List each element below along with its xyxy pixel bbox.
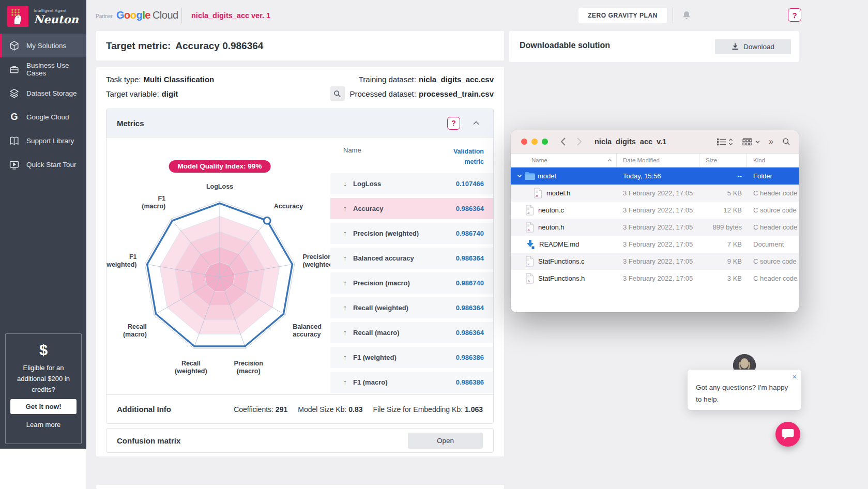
additional-info-items: Coefficients: 291 Model Size Kb: 0.83 Fi… <box>234 405 483 414</box>
confusion-matrix-title: Confusion matrix <box>117 436 180 445</box>
svg-text:F1(macro): F1(macro) <box>142 195 165 210</box>
readme-download-icon <box>525 239 535 250</box>
file-size-label: File Size for Embedding Kb: <box>373 405 463 414</box>
radar-chart: LogLossAccuracyPrecision(weighted)Balanc… <box>106 174 334 395</box>
metric-name: Recall (macro) <box>353 329 456 337</box>
file-size-value: 1.063 <box>465 405 483 414</box>
document-icon: .h <box>525 273 534 284</box>
metric-row[interactable]: ↑F1 (macro)0.986386 <box>330 372 493 393</box>
more-toolbar-icon[interactable]: » <box>769 137 773 146</box>
plan-button[interactable]: ZERO GRAVITY PLAN <box>578 8 667 23</box>
metric-row[interactable]: ↓LogLoss0.107466 <box>330 173 493 194</box>
learn-more-link[interactable]: Learn more <box>6 421 81 429</box>
finder-row[interactable]: .hStatFunctions.h3 February 2022, 17:053… <box>511 270 799 287</box>
tour-play-icon <box>9 159 20 170</box>
brand-tagline: Intelligent Agent <box>34 8 79 13</box>
processed-dataset-value: processed_train.csv <box>419 89 494 98</box>
column-header-kind[interactable]: Kind <box>747 154 799 167</box>
finder-row[interactable]: .cneuton.c3 February 2022, 17:0512 KBC s… <box>511 202 799 219</box>
group-view-icon[interactable] <box>742 137 760 146</box>
finder-search-icon[interactable] <box>782 137 790 146</box>
metric-value: 0.986364 <box>456 304 484 312</box>
metric-value: 0.986364 <box>456 254 484 262</box>
close-window-button[interactable] <box>521 139 527 145</box>
file-name: README.md <box>539 240 579 248</box>
file-kind: C source code <box>747 257 799 265</box>
zoom-window-button[interactable] <box>542 139 548 145</box>
column-header-name[interactable]: Name <box>511 154 617 167</box>
finder-row[interactable]: README.md3 February 2022, 17:057 KBDocum… <box>511 236 799 253</box>
metrics-body: Model Quality Index: 99% LogLossAccuracy… <box>106 137 493 396</box>
open-confusion-matrix-button[interactable]: Open <box>408 433 483 449</box>
file-date: 3 February 2022, 17:05 <box>617 189 699 197</box>
additional-info-row: Additional Info Coefficients: 291 Model … <box>106 394 493 423</box>
finder-row[interactable]: modelToday, 15:56--Folder <box>511 167 799 185</box>
column-header-size[interactable]: Size <box>699 154 747 167</box>
sidebar-item-dataset-storage[interactable]: Dataset Storage <box>0 81 86 105</box>
metrics-title: Metrics <box>117 119 144 128</box>
metric-value: 0.986740 <box>456 279 484 287</box>
file-size: 3 KB <box>699 274 747 282</box>
sidebar-item-business-use-cases[interactable]: Business Use Cases <box>0 57 86 81</box>
metric-row[interactable]: ↑Balanced accuracy0.986364 <box>330 248 493 269</box>
metric-row[interactable]: ↑Recall (weighted)0.986364 <box>330 297 493 318</box>
collapse-chevron-up-icon[interactable] <box>473 120 480 126</box>
arrow-down-icon: ↓ <box>343 180 353 188</box>
sidebar-footer-area <box>0 449 86 489</box>
download-label: Download <box>743 43 774 51</box>
sidebar-item-label: Quick Start Tour <box>26 161 77 169</box>
bell-icon[interactable] <box>682 10 691 21</box>
metric-row[interactable]: ↑F1 (weighted)0.986386 <box>330 347 493 368</box>
list-view-icon[interactable] <box>717 138 733 146</box>
folder-icon <box>524 172 536 180</box>
task-type-label: Task type: <box>106 75 141 84</box>
file-size: 5 KB <box>699 189 747 197</box>
file-name: StatFunctions.c <box>538 257 585 265</box>
metric-row[interactable]: ↑Precision (macro)0.986740 <box>330 272 493 294</box>
sidebar-item-my-solutions[interactable]: My Solutions <box>0 34 86 57</box>
training-dataset-value: nicla_digits_acc.csv <box>419 75 494 84</box>
finder-row[interactable]: .hmodel.h3 February 2022, 17:055 KBC hea… <box>511 185 799 202</box>
svg-text:.c: .c <box>527 262 530 266</box>
file-kind: Document <box>747 240 799 248</box>
close-icon[interactable]: × <box>793 373 797 381</box>
finder-rows: modelToday, 15:56--Folder.hmodel.h3 Febr… <box>511 167 799 287</box>
column-header-date-modified[interactable]: Date Modified <box>617 154 699 167</box>
back-icon[interactable] <box>560 137 566 146</box>
file-name: neuton.c <box>538 206 564 214</box>
target-variable-label: Target variable: <box>106 89 159 98</box>
svg-text:LogLoss: LogLoss <box>206 183 233 190</box>
sidebar-nav: My Solutions Business Use Cases Dataset … <box>0 34 86 176</box>
minimize-window-button[interactable] <box>531 139 538 145</box>
sidebar-item-support-library[interactable]: Support Library <box>0 129 86 152</box>
metrics-help-button[interactable]: ? <box>447 117 460 130</box>
chat-launcher-button[interactable] <box>775 422 800 447</box>
get-it-now-button[interactable]: Get it now! <box>10 399 77 414</box>
target-variable-value: digit <box>162 89 178 98</box>
dataset-search-button[interactable] <box>330 86 345 101</box>
sidebar-item-google-cloud[interactable]: G Google Cloud <box>0 105 86 129</box>
metric-name: F1 (macro) <box>353 378 456 386</box>
finder-row[interactable]: .hneuton.h3 February 2022, 17:05899 byte… <box>511 219 799 236</box>
metric-row[interactable]: ↑Accuracy0.986364 <box>330 198 493 219</box>
validation-metric-column-header[interactable]: Validation metric <box>445 146 484 167</box>
coefficients-label: Coefficients: <box>234 405 273 414</box>
brand-name: Neuton <box>34 14 79 25</box>
metric-row[interactable]: ↑Recall (macro)0.986364 <box>330 322 493 343</box>
download-button[interactable]: Download <box>715 39 791 54</box>
window-controls <box>521 139 548 145</box>
target-metric-value: Accuracy 0.986364 <box>175 40 263 52</box>
sort-asc-icon <box>607 159 612 162</box>
finder-titlebar[interactable]: nicla_digits_acc_v.1 <box>511 130 799 154</box>
sidebar-item-quick-start-tour[interactable]: Quick Start Tour <box>0 152 86 176</box>
cloud-logo-word: Cloud <box>153 9 178 21</box>
help-button[interactable]: ? <box>788 8 801 22</box>
forward-icon[interactable] <box>576 137 582 146</box>
finder-row[interactable]: .cStatFunctions.c3 February 2022, 17:059… <box>511 253 799 270</box>
brand-logo: Intelligent Agent Neuton <box>0 0 86 34</box>
file-name: neuton.h <box>538 223 565 231</box>
metric-row[interactable]: ↑Precision (weighted)0.986740 <box>330 223 493 244</box>
coefficients-value: 291 <box>276 405 287 414</box>
file-date: 3 February 2022, 17:05 <box>617 223 699 231</box>
radar-chart-area: LogLossAccuracyPrecision(weighted)Balanc… <box>106 174 334 395</box>
